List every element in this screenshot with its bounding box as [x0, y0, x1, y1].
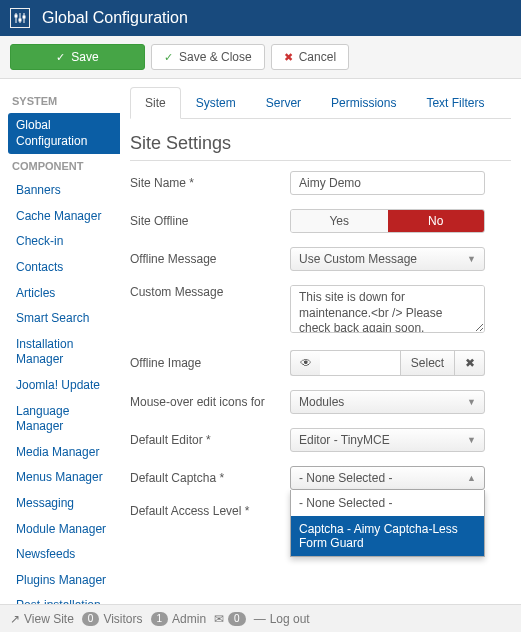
svg-rect-5 — [23, 16, 25, 18]
label-default-editor: Default Editor * — [130, 433, 290, 447]
offline-message-select[interactable]: Use Custom Message ▼ — [290, 247, 485, 271]
logout-icon: — — [254, 612, 266, 626]
label-site-offline: Site Offline — [130, 214, 290, 228]
cancel-label: Cancel — [299, 50, 336, 64]
label-offline-image: Offline Image — [130, 356, 290, 370]
chevron-up-icon: ▲ — [467, 473, 476, 483]
sidebar-item-installation-manager[interactable]: Installation Manager — [8, 332, 120, 373]
site-offline-yes[interactable]: Yes — [291, 210, 388, 232]
admin-count: 1 — [151, 612, 169, 626]
save-close-label: Save & Close — [179, 50, 252, 64]
tab-text-filters[interactable]: Text Filters — [411, 87, 499, 118]
label-mouseover: Mouse-over edit icons for — [130, 395, 290, 409]
chevron-down-icon: ▼ — [467, 435, 476, 445]
label-offline-message: Offline Message — [130, 252, 290, 266]
mail-icon: ✉ — [214, 612, 224, 626]
visitors-count: 0 — [82, 612, 100, 626]
select-image-button[interactable]: Select — [400, 350, 455, 376]
label-default-captcha: Default Captcha * — [130, 471, 290, 485]
preview-button[interactable]: 👁 — [290, 350, 320, 376]
sidebar-item-newsfeeds[interactable]: Newsfeeds — [8, 542, 120, 568]
mail-link[interactable]: ✉ 0 — [214, 612, 246, 626]
sidebar-item-joomla-update[interactable]: Joomla! Update — [8, 373, 120, 399]
save-label: Save — [71, 50, 98, 64]
site-offline-no[interactable]: No — [388, 210, 485, 232]
sidebar-item-check-in[interactable]: Check-in — [8, 229, 120, 255]
chevron-down-icon: ▼ — [467, 254, 476, 264]
mouseover-select[interactable]: Modules ▼ — [290, 390, 485, 414]
default-editor-value: Editor - TinyMCE — [299, 433, 390, 447]
captcha-option-aimy[interactable]: Captcha - Aimy Captcha-Less Form Guard — [291, 516, 484, 556]
visitors-label: Visitors — [103, 612, 142, 626]
sidebar-heading-system: SYSTEM — [12, 95, 120, 107]
sidebar-item-plugins-manager[interactable]: Plugins Manager — [8, 568, 120, 594]
offline-image-path — [320, 350, 400, 376]
sidebar-item-messaging[interactable]: Messaging — [8, 491, 120, 517]
svg-rect-4 — [19, 19, 21, 21]
label-custom-message: Custom Message — [130, 285, 290, 299]
check-icon: ✓ — [56, 51, 65, 64]
external-icon: ↗ — [10, 612, 20, 626]
sidebar-heading-component: COMPONENT — [12, 160, 120, 172]
sidebar-item-articles[interactable]: Articles — [8, 281, 120, 307]
default-editor-select[interactable]: Editor - TinyMCE ▼ — [290, 428, 485, 452]
logout-link[interactable]: — Log out — [254, 612, 310, 626]
cancel-button[interactable]: ✖ Cancel — [271, 44, 349, 70]
site-name-input[interactable] — [290, 171, 485, 195]
tab-system[interactable]: System — [181, 87, 251, 118]
check-icon: ✓ — [164, 51, 173, 64]
logout-label: Log out — [270, 612, 310, 626]
default-captcha-select[interactable]: - None Selected - ▲ — [290, 466, 485, 490]
visitors-link[interactable]: 0 Visitors — [82, 612, 143, 626]
sidebar-item-contacts[interactable]: Contacts — [8, 255, 120, 281]
save-button[interactable]: ✓ Save — [10, 44, 145, 70]
captcha-option-none[interactable]: - None Selected - — [291, 490, 484, 516]
svg-rect-3 — [15, 15, 17, 17]
chevron-down-icon: ▼ — [467, 397, 476, 407]
tab-site[interactable]: Site — [130, 87, 181, 119]
admin-link[interactable]: 1 Admin — [151, 612, 207, 626]
sidebar-item-language-manager[interactable]: Language Manager — [8, 399, 120, 440]
eye-icon: 👁 — [300, 356, 312, 370]
cancel-icon: ✖ — [284, 51, 293, 64]
offline-message-value: Use Custom Message — [299, 252, 417, 266]
save-close-button[interactable]: ✓ Save & Close — [151, 44, 265, 70]
sidebar-item-cache-manager[interactable]: Cache Manager — [8, 204, 120, 230]
default-captcha-options: - None Selected - Captcha - Aimy Captcha… — [290, 490, 485, 557]
equalizer-icon — [10, 8, 30, 28]
default-captcha-value: - None Selected - — [299, 471, 392, 485]
sidebar-item-menus-manager[interactable]: Menus Manager — [8, 465, 120, 491]
mouseover-value: Modules — [299, 395, 344, 409]
clear-image-button[interactable]: ✖ — [455, 350, 485, 376]
admin-label: Admin — [172, 612, 206, 626]
sidebar-item-smart-search[interactable]: Smart Search — [8, 306, 120, 332]
sidebar-item-banners[interactable]: Banners — [8, 178, 120, 204]
mail-count: 0 — [228, 612, 246, 626]
custom-message-textarea[interactable]: This site is down for maintenance.<br />… — [290, 285, 485, 333]
tab-server[interactable]: Server — [251, 87, 316, 118]
sidebar-item-global-configuration[interactable]: Global Configuration — [8, 113, 120, 154]
page-title: Global Configuration — [42, 9, 188, 27]
sidebar-item-module-manager[interactable]: Module Manager — [8, 517, 120, 543]
label-default-access: Default Access Level * — [130, 504, 290, 518]
view-site-link[interactable]: ↗ View Site — [10, 612, 74, 626]
close-icon: ✖ — [465, 356, 475, 370]
sidebar-item-media-manager[interactable]: Media Manager — [8, 440, 120, 466]
label-site-name: Site Name * — [130, 176, 290, 190]
section-title: Site Settings — [130, 133, 511, 161]
tab-permissions[interactable]: Permissions — [316, 87, 411, 118]
view-site-label: View Site — [24, 612, 74, 626]
